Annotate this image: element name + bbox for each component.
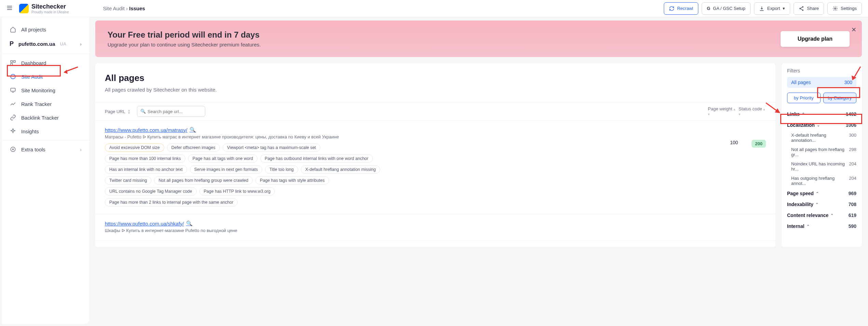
issue-tag[interactable]: Has an internal link with no anchor text <box>105 165 187 174</box>
extra-tools-label: Extra tools <box>21 147 45 152</box>
category-count: 969 <box>849 191 856 196</box>
col-weight[interactable]: Page weight ▴▾ <box>708 106 739 117</box>
col-status-label: Status code <box>739 106 762 111</box>
category-links[interactable]: Links⌃1402 <box>787 109 856 120</box>
menu-icon[interactable] <box>6 4 13 12</box>
upgrade-plan-button[interactable]: Upgrade plan <box>781 31 850 47</box>
breadcrumb-sep: › <box>126 5 128 11</box>
subcategory-item[interactable]: Not all pages from hreflang gr...298 <box>787 145 856 159</box>
issue-tag[interactable]: Avoid excessive DOM size <box>105 144 164 152</box>
sidebar-item-site-monitoring[interactable]: Site Monitoring <box>2 83 89 97</box>
google-icon: G <box>707 6 710 11</box>
chevron-up-icon: ⌃ <box>802 112 805 117</box>
category-localization[interactable]: Localization⌄1006 <box>787 120 856 131</box>
sidebar-item-dashboard[interactable]: Dashboard <box>2 56 89 70</box>
issue-tag[interactable]: Twitter card missing <box>105 176 151 185</box>
export-button[interactable]: Export ▾ <box>754 2 790 15</box>
tab-by-category[interactable]: by Category <box>823 93 857 103</box>
recrawl-button[interactable]: Recrawl <box>664 2 698 15</box>
page-desc: Матрасы - Pufetto ᐅ Купить матрас в инте… <box>105 134 730 139</box>
category-count: 619 <box>849 213 856 218</box>
issue-tag[interactable]: Viewport <meta> tag has a maximum-scale … <box>223 144 320 152</box>
all-projects-label: All projects <box>21 27 46 32</box>
category-pagespeed[interactable]: Page speed⌃969 <box>787 188 856 199</box>
category-count: 1402 <box>846 111 856 117</box>
dashboard-icon <box>10 60 16 66</box>
logo[interactable]: Sitechecker Proudly made in Ukraine <box>19 3 69 14</box>
filter-all-pages-label: All pages <box>791 80 811 85</box>
issue-tag[interactable]: Not all pages from hreflang group were c… <box>154 176 253 185</box>
category-name: Localization⌄ <box>787 122 820 128</box>
dashboard-label: Dashboard <box>21 60 46 66</box>
search-icon[interactable]: 🔍 <box>190 127 196 133</box>
page-url-link[interactable]: https://www.pufetto.com.ua/shkafy/🔍 <box>105 220 193 227</box>
sidebar-item-backlink-tracker[interactable]: Backlink Tracker <box>2 111 89 124</box>
issue-tag[interactable]: Page has tags with style attributes <box>255 176 329 185</box>
issue-tag[interactable]: X-default hreflang annotation missing <box>301 165 380 174</box>
subcategory-count: 204 <box>849 161 856 172</box>
breadcrumb-current: Issues <box>129 5 145 11</box>
category-internal[interactable]: Internal⌃590 <box>787 221 856 232</box>
issue-tag[interactable]: Page has HTTP link to www.w3.org <box>199 187 275 195</box>
issue-tag[interactable]: Page has more than 2 links to internal p… <box>105 198 238 206</box>
search-icon: 🔍 <box>140 109 146 114</box>
category-contentrel[interactable]: Content relevance⌃619 <box>787 210 856 221</box>
breadcrumb-parent[interactable]: Site Audit <box>103 5 125 11</box>
ga-gsc-button[interactable]: G GA / GSC Setup <box>702 2 751 15</box>
filter-all-pages[interactable]: All pages 300 <box>787 77 856 88</box>
site-audit-label: Site Audit <box>21 74 43 80</box>
search-page-url-input[interactable] <box>137 106 205 117</box>
chevron-right-icon: › <box>80 147 82 152</box>
banner-subtitle: Upgrade your plan to continue using Site… <box>108 42 261 47</box>
issue-tag[interactable]: Page has more than 100 internal links <box>105 154 185 163</box>
page-weight-value: 100 <box>730 140 738 145</box>
logo-name: Sitechecker <box>31 3 69 10</box>
project-icon: P <box>10 40 14 47</box>
subcategory-item[interactable]: Noindex URL has incoming hr...204 <box>787 159 856 174</box>
sidebar-project[interactable]: P pufetto.com.ua UA › <box>2 36 89 52</box>
sidebar-item-extra-tools[interactable]: Extra tools › <box>2 142 89 156</box>
sidebar-item-all-projects[interactable]: All projects <box>2 23 89 36</box>
table-header: Page URL ▴▾ 🔍 Page weight ▴▾ Status code <box>95 102 775 121</box>
sidebar-item-insights[interactable]: Insights <box>2 124 89 138</box>
all-pages-title: All pages <box>95 73 775 83</box>
issue-tag[interactable]: URL contains no Google Tag Manager code <box>105 187 197 195</box>
chevron-up-icon: ⌃ <box>815 202 818 207</box>
banner-title: Your Free trial period will end in 7 day… <box>108 30 261 40</box>
project-cc: UA <box>60 41 67 46</box>
col-status[interactable]: Status code ▴▾ <box>739 106 766 117</box>
sidebar-item-rank-tracker[interactable]: Rank Tracker <box>2 97 89 111</box>
settings-button[interactable]: Settings <box>827 2 862 15</box>
search-icon[interactable]: 🔍 <box>186 220 193 227</box>
monitor-icon <box>10 87 16 93</box>
gauge-icon <box>10 73 16 80</box>
table-row: https://www.pufetto.com.ua/shkafy/🔍Шкафы… <box>95 214 775 241</box>
subcategory-item[interactable]: X-default hreflang annotation...300 <box>787 131 856 145</box>
share-button[interactable]: Share <box>794 2 824 15</box>
close-banner-button[interactable]: ✕ <box>851 26 856 33</box>
download-icon <box>759 6 765 11</box>
tab-by-priority[interactable]: by Priority <box>787 93 821 103</box>
sort-icon[interactable]: ▴▾ <box>128 109 130 114</box>
chevron-up-icon: ⌃ <box>830 213 834 218</box>
issue-tag[interactable]: Title too long <box>265 165 298 174</box>
svg-line-7 <box>801 9 802 10</box>
svg-rect-10 <box>14 60 15 62</box>
issue-tag[interactable]: Page has outbound internal links with on… <box>260 154 373 163</box>
sidebar-item-site-audit[interactable]: Site Audit <box>2 70 89 83</box>
issue-tag[interactable]: Defer offscreen images <box>167 144 220 152</box>
category-count: 590 <box>849 223 856 229</box>
table-row: https://www.pufetto.com.ua/matrasy/🔍Матр… <box>95 121 775 214</box>
issue-tag[interactable]: Page has alt tags with one word <box>188 154 257 163</box>
col-url-label[interactable]: Page URL <box>105 109 125 114</box>
filter-all-pages-count: 300 <box>844 80 852 85</box>
page-url-link[interactable]: https://www.pufetto.com.ua/matrasy/🔍 <box>105 127 196 133</box>
subcategory-item[interactable]: Has outgoing hreflang annot...204 <box>787 174 856 188</box>
filters-panel: Filters All pages 300 by Priority by Cat… <box>782 63 862 247</box>
share-icon <box>799 6 804 11</box>
app-header: Sitechecker Proudly made in Ukraine Site… <box>0 0 868 17</box>
header-actions: Recrawl G GA / GSC Setup Export ▾ Share … <box>664 2 862 15</box>
main-content: Your Free trial period will end in 7 day… <box>89 0 868 326</box>
issue-tag[interactable]: Serve images in next gen formats <box>190 165 262 174</box>
category-indexability[interactable]: Indexability⌃708 <box>787 199 856 210</box>
